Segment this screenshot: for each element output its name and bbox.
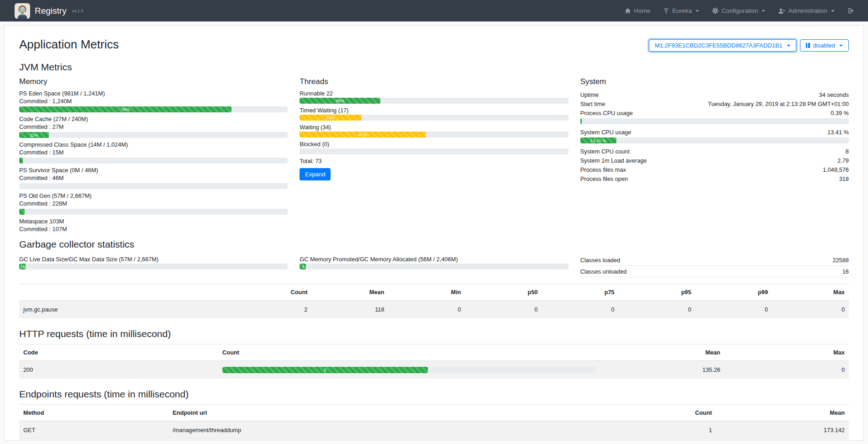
system-row: Process files open 318: [580, 174, 849, 183]
endpoint-mean: 97.37: [716, 439, 849, 441]
endpoints-table-header: Method Endpoint url Count Mean: [19, 405, 849, 421]
refresh-toggle-dropdown[interactable]: disabled: [800, 39, 849, 52]
nav-item-label: Configuration: [721, 7, 758, 14]
gc-row-min: 0: [389, 301, 465, 319]
http-col-code: Code: [19, 344, 218, 361]
endpoints-table: Method Endpoint url Count Mean GET /mana…: [19, 404, 849, 441]
nav-item-eureka[interactable]: Eureka: [658, 4, 705, 18]
broadcast-icon: [663, 8, 669, 14]
expand-button[interactable]: Expand: [300, 168, 331, 180]
memory-metric-name: PS Survivor Space (0M / 46M): [19, 167, 288, 174]
progress-fill: 2: [222, 367, 428, 373]
system-label: System 1m Load average: [580, 157, 647, 164]
app-title: Registry: [35, 6, 67, 16]
gc-title: Garbage collector statistics: [19, 239, 849, 250]
http-col-mean: Mean: [600, 344, 725, 361]
classes-row: Classes loaded 22588: [580, 254, 849, 266]
gc-col-name: [19, 284, 235, 301]
endpoints-col-count: Count: [600, 405, 716, 421]
jvm-metrics-title: JVM Metrics: [19, 62, 849, 73]
system-label: System CPU count: [580, 148, 630, 155]
system-title: System: [580, 77, 849, 86]
gc-row-max: 0: [772, 301, 849, 319]
http-col-max: Max: [724, 344, 849, 361]
system-row: Uptime 34 seconds: [580, 90, 849, 99]
system-column: System Uptime 34 seconds Start time Tues…: [580, 77, 849, 234]
instance-selector-value: M1:2F93E1CBD2C3FE55BDD8627A3FADD1B1: [655, 42, 783, 49]
http-row-code: 200: [19, 361, 218, 379]
instance-selector-dropdown[interactable]: M1:2F93E1CBD2C3FE55BDD8627A3FADD1B1: [649, 39, 796, 52]
gc-col-count: Count: [235, 284, 311, 301]
memory-metric-name: Metaspace 103M: [19, 218, 288, 225]
memory-progress-bar: [19, 158, 288, 164]
endpoint-method: GET: [19, 439, 168, 441]
nav-item-configuration[interactable]: Configuration: [706, 4, 771, 18]
gc-live-column: GC Live Data Size/GC Max Data Size (57M …: [19, 254, 288, 277]
progress-fill: 13: [19, 264, 26, 270]
progress-fill: 47%: [300, 132, 426, 137]
endpoints-col-method: Method: [19, 405, 168, 421]
gc-col-mean: Mean: [311, 284, 388, 301]
http-requests-title: HTTP requests (time in millisecond): [19, 328, 849, 339]
system-label: Start time: [580, 100, 605, 107]
classes-label: Classes unloaded: [580, 268, 627, 275]
nav-item-label: Eureka: [672, 7, 692, 14]
threads-column: Threads Runnable 22 30% Timed Waiting (1…: [300, 77, 568, 234]
sign-out-button[interactable]: [842, 4, 860, 18]
nav-item-label: Home: [634, 7, 650, 14]
endpoint-url: /management/threaddump: [168, 421, 600, 439]
system-row: System 1m Load average 2.79: [580, 156, 849, 165]
memory-committed: Committed : 15M: [19, 149, 288, 156]
progress-label: 79%: [121, 107, 130, 112]
system-progress-bar: [580, 118, 849, 124]
system-value: 13.41 %: [827, 129, 849, 136]
system-label: Process files open: [580, 175, 628, 182]
thread-progress-bar: [300, 148, 568, 154]
memory-committed: Committed : 27M: [19, 123, 288, 130]
progress-label: 30%: [336, 98, 344, 103]
memory-title: Memory: [19, 77, 288, 86]
system-label: System CPU usage: [580, 129, 631, 136]
gc-classes-column: Classes loaded 22588 Classes unloaded 16: [580, 254, 849, 277]
classes-label: Classes loaded: [580, 257, 621, 264]
gears-icon: [712, 7, 719, 14]
progress-fill: [19, 209, 25, 215]
user-plus-icon: [778, 8, 785, 14]
gc-table: Count Mean Min p50 p75 p95 p99 Max jvm.g…: [19, 284, 849, 318]
memory-metric-name: PS Old Gen (57M / 2,667M): [19, 192, 288, 199]
metrics-page: Application Metrics M1:2F93E1CBD2C3FE55B…: [4, 25, 864, 441]
endpoint-count: 1: [600, 421, 716, 439]
system-value: 34 seconds: [819, 91, 849, 98]
classes-value: 16: [842, 268, 849, 275]
thread-progress-bar: 47%: [300, 132, 568, 137]
brand[interactable]: Registry v4.1.0: [15, 3, 83, 19]
gc-progress-bar: 3: [300, 264, 568, 270]
progress-label: 47%: [358, 132, 367, 137]
chevron-down-icon: [762, 10, 765, 12]
gc-col-p99: p99: [695, 284, 772, 301]
pause-icon: [806, 43, 810, 48]
gc-col-p95: p95: [619, 284, 695, 301]
progress-fill: 13.41 %: [580, 137, 616, 143]
gc-metric-name: GC Memory Promoted/GC Memory Allocated (…: [300, 256, 568, 263]
thread-metric-name: Blocked (0): [300, 141, 568, 148]
progress-label: 13.41 %: [590, 138, 606, 143]
endpoints-col-mean: Mean: [716, 405, 849, 421]
progress-fill: [19, 158, 23, 164]
memory-progress-bar: [19, 209, 288, 215]
thread-metric-name: Waiting (34): [300, 124, 568, 131]
system-row: System CPU usage 13.41 %: [580, 127, 849, 137]
nav-item-home[interactable]: Home: [619, 4, 656, 18]
system-value: 8: [846, 148, 849, 155]
classes-row: Classes unloaded 16: [580, 266, 849, 277]
jhipster-logo: [15, 3, 30, 19]
gc-row-p99: 0: [695, 301, 772, 319]
system-label: Process CPU usage: [580, 110, 633, 116]
memory-metric-name: Code Cache (27M / 240M): [19, 116, 288, 122]
gc-col-p50: p50: [465, 284, 542, 301]
memory-committed: Committed : 107M: [19, 226, 288, 233]
nav-item-administration[interactable]: Administration: [773, 4, 840, 18]
gc-row-name: jvm.gc.pause: [19, 301, 235, 319]
system-label: Uptime: [580, 91, 599, 98]
system-row: System CPU count 8: [580, 147, 849, 156]
